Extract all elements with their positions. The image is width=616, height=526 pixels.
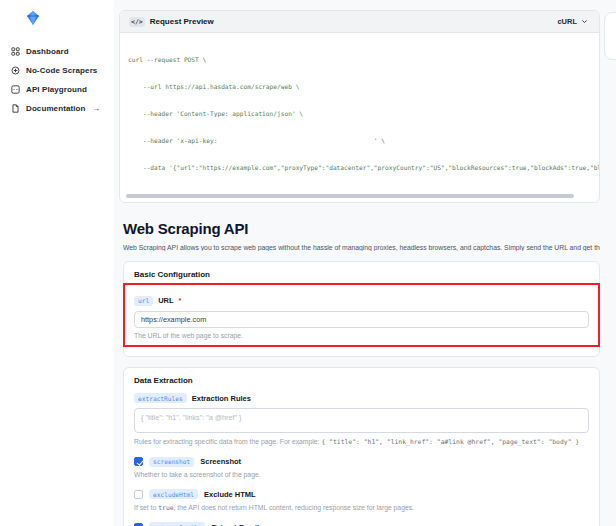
url-helper-text: The URL of the web page to scrape. xyxy=(134,331,589,340)
code-icon: </> xyxy=(129,17,145,27)
param-badge-url: url xyxy=(134,296,153,306)
helper-text: If set to xyxy=(134,504,158,511)
app-root: Dashboard No-Code Scrapers API Playgroun… xyxy=(0,0,616,526)
extract-emails-option: extractEmails Extract Emails Extract ema… xyxy=(134,522,589,526)
sidebar-item-api-playground[interactable]: API Playground xyxy=(0,80,114,99)
annotation-box-url: url URL * The URL of the web page to scr… xyxy=(123,283,600,348)
scrollbar-thumb[interactable] xyxy=(126,194,574,198)
param-badge-extract-rules: extractRules xyxy=(134,393,187,403)
request-preview-header: </> Request Preview cURL xyxy=(120,11,599,33)
screenshot-checkbox[interactable] xyxy=(134,457,143,466)
exclude-html-checkbox[interactable] xyxy=(134,490,143,499)
sidebar-nav: Dashboard No-Code Scrapers API Playgroun… xyxy=(0,42,114,118)
param-badge-extract-emails: extractEmails xyxy=(149,522,205,526)
url-input[interactable] xyxy=(134,311,589,328)
code-line: --header 'Content-Type: application/json… xyxy=(128,110,591,119)
hasdata-logo[interactable] xyxy=(25,10,41,26)
code-line: curl --request POST \ xyxy=(128,56,591,65)
extraction-rules-label: Extraction Rules xyxy=(192,394,251,403)
extraction-rules-textarea[interactable] xyxy=(134,408,589,433)
helper-code-example: { "title": "h1", "link_href": "a#link @h… xyxy=(321,438,579,446)
code-line: --url https://api.hasdata.com/scrape/web… xyxy=(128,83,591,92)
code-line: --data '{"url":"https://example.com","pr… xyxy=(128,164,591,173)
curl-code-block[interactable]: curl --request POST \ --url https://api.… xyxy=(120,33,599,193)
param-badge-exclude-html: excludeHtml xyxy=(149,489,198,499)
helper-text: , the API does not return HTML content, … xyxy=(174,504,414,511)
url-field-label: URL xyxy=(158,296,173,305)
extraction-rules-helper: Rules for extracting specific data from … xyxy=(134,437,589,447)
screenshot-helper: Whether to take a screenshot of the page… xyxy=(134,470,589,479)
screenshot-label: Screenshot xyxy=(200,457,241,466)
request-preview-card: </> Request Preview cURL curl --request … xyxy=(119,10,600,203)
language-selector-dropdown[interactable]: cURL xyxy=(555,16,590,27)
helper-text: Rules for extracting specific data from … xyxy=(134,438,321,445)
page-title: Web Scraping API xyxy=(123,220,600,237)
helper-code: true xyxy=(158,504,173,512)
external-arrow-icon: → xyxy=(92,104,106,113)
scrapers-target-icon xyxy=(11,66,20,75)
data-extraction-card: Data Extraction extractRules Extraction … xyxy=(123,367,600,526)
right-partial-card xyxy=(604,12,616,60)
basic-configuration-card: Basic Configuration url URL * The URL of… xyxy=(123,261,600,358)
dashboard-grid-icon xyxy=(11,47,20,56)
language-selector-value: cURL xyxy=(557,17,577,26)
url-field-header: url URL * xyxy=(134,296,589,306)
exclude-html-option: excludeHtml Exclude HTML If set to true,… xyxy=(134,489,589,512)
card-title: Data Extraction xyxy=(134,376,589,385)
required-asterisk: * xyxy=(179,296,182,305)
sidebar-item-documentation[interactable]: Documentation → xyxy=(0,99,114,118)
code-line: --header 'x-api-key: ' \ xyxy=(128,137,591,146)
param-badge-screenshot: screenshot xyxy=(149,457,194,467)
main-content: </> Request Preview cURL curl --request … xyxy=(114,0,616,526)
sidebar-item-dashboard[interactable]: Dashboard xyxy=(0,42,114,61)
chevron-down-icon xyxy=(581,18,588,25)
request-preview-title: Request Preview xyxy=(150,17,214,26)
sidebar-item-label: Dashboard xyxy=(26,47,69,56)
diamond-gem-icon xyxy=(25,10,41,26)
sidebar-item-label: No-Code Scrapers xyxy=(26,66,97,75)
sidebar-item-label: API Playground xyxy=(26,85,87,94)
page-description: Web Scraping API allows you to scrape we… xyxy=(123,244,600,251)
sidebar: Dashboard No-Code Scrapers API Playgroun… xyxy=(0,0,114,526)
screenshot-option: screenshot Screenshot Whether to take a … xyxy=(134,457,589,480)
sidebar-item-label: Documentation xyxy=(26,104,86,113)
exclude-html-helper: If set to true, the API does not return … xyxy=(134,503,589,513)
sidebar-item-no-code-scrapers[interactable]: No-Code Scrapers xyxy=(0,61,114,80)
document-icon xyxy=(11,104,20,113)
exclude-html-label: Exclude HTML xyxy=(204,490,256,499)
extraction-rules-header: extractRules Extraction Rules xyxy=(134,393,589,403)
horizontal-scrollbar[interactable] xyxy=(126,194,593,198)
card-title: Basic Configuration xyxy=(134,270,589,279)
api-playground-icon xyxy=(11,85,20,94)
